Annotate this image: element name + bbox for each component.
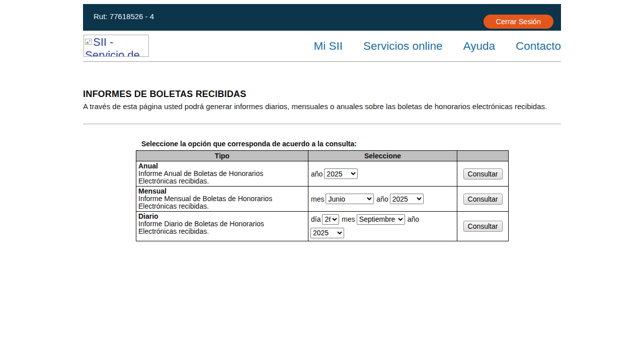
column-header-seleccione: Seleccione	[308, 151, 457, 161]
divider	[83, 124, 561, 124]
nav-servicios-online[interactable]: Servicios online	[363, 40, 443, 53]
anual-ano-select[interactable]: 2025	[324, 168, 358, 179]
main-nav: Mi SII Servicios online Ayuda Contacto	[313, 31, 561, 62]
row-type-anual: Anual	[138, 162, 306, 170]
row-description-mensual: Informe Mensual de Boletas de Honorarios…	[138, 195, 282, 210]
mensual-mes-select[interactable]: Junio	[326, 194, 374, 204]
table-header-row: Tipo Seleccione	[136, 151, 509, 161]
row-description-diario: Informe Diario de Boletas de Honorarios …	[138, 220, 282, 235]
logo-alt-text: SII - Servicio de	[85, 36, 140, 57]
column-header-empty	[457, 151, 509, 161]
column-header-tipo: Tipo	[136, 151, 308, 161]
diario-ano-select[interactable]: 2025	[310, 228, 344, 238]
ano-label: año	[311, 170, 323, 178]
reports-table: Tipo Seleccione Anual Informe Anual de B…	[136, 150, 509, 241]
row-description-anual: Informe Anual de Boletas de Honorarios E…	[138, 170, 282, 185]
row-type-diario: Diario	[138, 212, 306, 220]
page-container: Rut: 77618526 - 4 Cerrar Sesión SII - Se…	[83, 4, 561, 241]
table-caption: Seleccione la opción que corresponda de …	[136, 140, 561, 148]
row-type-mensual: Mensual	[138, 187, 306, 195]
mensual-ano-select[interactable]: 2025	[390, 194, 424, 204]
dia-label: día	[311, 215, 320, 223]
nav-ayuda[interactable]: Ayuda	[463, 40, 495, 53]
consultar-diario-button[interactable]: Consultar	[463, 221, 503, 232]
table-row-anual: Anual Informe Anual de Boletas de Honora…	[136, 161, 509, 187]
page-title: INFORMES DE BOLETAS RECIBIDAS	[83, 89, 561, 100]
diario-dia-select[interactable]: 26	[322, 214, 339, 225]
ano-label: año	[408, 215, 419, 223]
header: SII - Servicio de Mi SII Servicios onlin…	[83, 31, 561, 62]
page-subtitle: A través de esta página usted podrá gene…	[83, 102, 561, 111]
nav-mi-sii[interactable]: Mi SII	[313, 40, 343, 53]
mes-label: mes	[311, 195, 324, 203]
broken-image-icon	[85, 36, 93, 49]
sii-logo[interactable]: SII - Servicio de	[84, 35, 149, 57]
topbar: Rut: 77618526 - 4 Cerrar Sesión	[83, 4, 561, 31]
rut-label: Rut: 77618526 - 4	[94, 12, 154, 21]
logout-button[interactable]: Cerrar Sesión	[484, 15, 553, 29]
ano-label: año	[376, 195, 388, 203]
table-row-mensual: Mensual Informe Mensual de Boletas de Ho…	[136, 187, 509, 212]
consultar-mensual-button[interactable]: Consultar	[463, 194, 503, 205]
table-row-diario: Diario Informe Diario de Boletas de Hono…	[136, 212, 509, 241]
diario-mes-select[interactable]: Septiembre	[357, 214, 405, 225]
mes-label: mes	[342, 215, 355, 223]
consultar-anual-button[interactable]: Consultar	[463, 168, 503, 179]
reports-section: Seleccione la opción que corresponda de …	[136, 140, 561, 241]
nav-contacto[interactable]: Contacto	[516, 40, 561, 53]
